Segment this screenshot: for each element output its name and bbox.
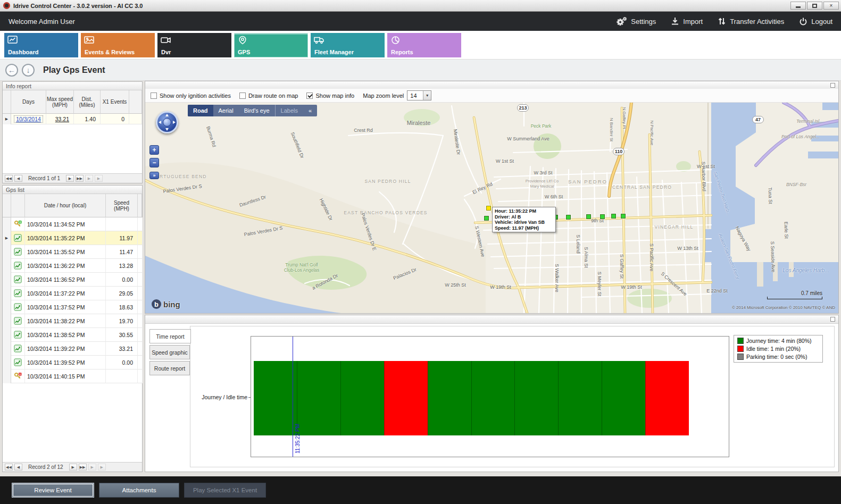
back-button[interactable]: ← bbox=[5, 64, 18, 77]
gps-list-row[interactable]: 10/3/2014 11:35:52 PM 11.47 bbox=[3, 245, 142, 259]
gps-list-row[interactable]: 10/3/2014 11:39:22 PM 33.21 bbox=[3, 342, 142, 356]
gps-point-marker[interactable] bbox=[611, 214, 616, 219]
tab-birds-eye[interactable]: Bird's eye bbox=[239, 105, 275, 116]
gps-point-marker[interactable] bbox=[600, 214, 605, 219]
checkbox-show-map-info[interactable] bbox=[306, 93, 313, 99]
tab-route-report[interactable]: Route report bbox=[149, 361, 190, 375]
collapse-tabs-button[interactable]: « bbox=[303, 105, 317, 116]
row-indicator bbox=[3, 273, 11, 287]
down-button[interactable]: ↓ bbox=[22, 64, 35, 77]
legend-item: Idle time: 1 min (20%) bbox=[737, 346, 819, 352]
tab-labels[interactable]: Labels bbox=[275, 105, 303, 116]
info-report-row[interactable]: ▶ 10/3/2014 33.21 1.40 0 bbox=[3, 114, 142, 124]
max-speed-cell: 33.21 bbox=[46, 114, 74, 124]
map-zoom-select[interactable]: 14▼ bbox=[407, 90, 431, 100]
tile-gps[interactable]: GPS bbox=[234, 33, 308, 57]
pager-extra-button[interactable]: ▶ bbox=[88, 464, 96, 471]
transfer-activities-button[interactable]: Transfer Activities bbox=[718, 17, 784, 26]
gps-list-rows: 10/3/2014 11:34:52 PM ▶ 10/3/2014 11:35:… bbox=[3, 217, 142, 383]
map-label: N Pacific Ave bbox=[650, 121, 654, 146]
gps-speed: 30.55 bbox=[106, 328, 138, 342]
gps-activity-icon bbox=[11, 259, 25, 273]
gps-point-marker[interactable] bbox=[566, 215, 571, 220]
pager-extra2-button[interactable]: ▶ bbox=[95, 175, 103, 182]
map-compass[interactable] bbox=[156, 111, 178, 133]
info-report-header: Info report bbox=[3, 82, 142, 90]
review-event-button[interactable]: Review Event bbox=[12, 483, 94, 498]
tile-events-reviews[interactable]: Events & Reviews bbox=[81, 33, 155, 57]
selected-gps-point-marker[interactable] bbox=[486, 206, 491, 211]
compass-east-arrow-icon bbox=[173, 121, 176, 124]
pager-next-button[interactable]: ▶ bbox=[69, 464, 77, 471]
pager-first-button[interactable]: ◀◀ bbox=[5, 175, 13, 182]
tab-aerial[interactable]: Aerial bbox=[213, 105, 239, 116]
map-label: W 25th St bbox=[445, 282, 466, 288]
pager-extra2-button[interactable]: ▶ bbox=[98, 464, 106, 471]
import-icon bbox=[671, 17, 679, 26]
gps-list-row[interactable]: 10/3/2014 11:37:52 PM 18.63 bbox=[3, 300, 142, 314]
gps-list-row[interactable]: 10/3/2014 11:34:52 PM bbox=[3, 217, 142, 231]
map-label: Los Angeles Harb... bbox=[782, 267, 829, 273]
filler-cell bbox=[138, 273, 143, 287]
gps-point-marker[interactable] bbox=[621, 214, 626, 219]
gps-speed: 18.63 bbox=[106, 300, 138, 314]
column-days[interactable]: Days bbox=[11, 90, 46, 114]
attachments-button[interactable]: Attachments bbox=[99, 483, 179, 498]
checkbox-ignition-activities[interactable] bbox=[151, 93, 157, 99]
header-actions: Settings Import Transfer Activities Logo… bbox=[616, 16, 832, 26]
pager-prev-button[interactable]: ◀ bbox=[14, 175, 22, 182]
page-nav-row: ← ↓ Play Gps Event bbox=[0, 60, 841, 81]
tab-speed-graphic[interactable]: Speed graphic bbox=[149, 345, 190, 359]
time-cursor-line[interactable] bbox=[293, 337, 293, 457]
column-max-speed[interactable]: Max speed (MPH) bbox=[46, 90, 74, 114]
maximize-button[interactable] bbox=[807, 2, 822, 10]
pager-prev-button[interactable]: ◀ bbox=[14, 464, 22, 471]
tile-fleet-manager[interactable]: Fleet Manager bbox=[311, 33, 385, 57]
zoom-out-button[interactable]: − bbox=[149, 158, 159, 167]
gps-point-marker[interactable] bbox=[484, 216, 489, 221]
gps-list-row[interactable]: 10/3/2014 11:38:22 PM 19.70 bbox=[3, 314, 142, 328]
gps-list-row[interactable]: 10/3/2014 11:37:22 PM 29.05 bbox=[3, 287, 142, 300]
map-label: Crest Rd bbox=[354, 128, 373, 133]
map-label: Mary Medical bbox=[530, 184, 554, 189]
settings-button[interactable]: Settings bbox=[616, 16, 656, 26]
panel-maximize-icon[interactable] bbox=[830, 317, 835, 322]
column-x1-events[interactable]: X1 Events bbox=[101, 90, 129, 114]
gps-list-row[interactable]: 10/3/2014 11:38:52 PM 30.55 bbox=[3, 328, 142, 342]
tile-dashboard[interactable]: Dashboard bbox=[4, 33, 78, 57]
panel-maximize-icon[interactable] bbox=[830, 83, 835, 88]
pager-last-button[interactable]: ▶▶ bbox=[79, 464, 87, 471]
play-selected-x1-event-button: Play Selected X1 Event bbox=[184, 483, 266, 498]
pager-extra-button[interactable]: ▶ bbox=[85, 175, 93, 182]
map-canvas[interactable]: Miraleste Crest Rd Peck Park W Summerlan… bbox=[145, 103, 838, 313]
logout-button[interactable]: Logout bbox=[799, 17, 832, 26]
column-speed[interactable]: Speed (MPH) bbox=[106, 194, 138, 217]
tile-dvr[interactable]: Dvr bbox=[157, 33, 231, 57]
max-speed-value[interactable]: 33.21 bbox=[55, 116, 69, 122]
row-indicator bbox=[3, 314, 11, 328]
tab-time-report[interactable]: Time report bbox=[149, 329, 191, 343]
zoom-in-button[interactable]: + bbox=[149, 145, 159, 155]
days-link[interactable]: 10/3/2014 bbox=[14, 116, 43, 122]
gps-list-row[interactable]: 10/3/2014 11:36:52 PM 0.00 bbox=[3, 273, 142, 287]
close-button[interactable]: × bbox=[823, 2, 839, 10]
minimize-button[interactable] bbox=[790, 2, 806, 10]
tile-reports[interactable]: Reports bbox=[387, 33, 461, 57]
gps-list-row-selected[interactable]: ▶ 10/3/2014 11:35:22 PM 11.97 bbox=[3, 231, 142, 245]
gps-point-marker[interactable] bbox=[586, 214, 591, 219]
import-button[interactable]: Import bbox=[671, 17, 703, 26]
map-label: Trump Nat'l Golf bbox=[285, 262, 318, 267]
gps-speed: 19.70 bbox=[106, 314, 138, 328]
pager-first-button[interactable]: ◀◀ bbox=[5, 464, 13, 471]
compass-center-icon[interactable] bbox=[163, 118, 171, 127]
column-distance[interactable]: Dist. (Miles) bbox=[74, 90, 101, 114]
pager-last-button[interactable]: ▶▶ bbox=[76, 175, 84, 182]
tab-road[interactable]: Road bbox=[188, 105, 213, 116]
map-sidebar-toggle-button[interactable]: » bbox=[149, 172, 159, 179]
gps-list-row[interactable]: 10/3/2014 11:40:15 PM bbox=[3, 369, 142, 383]
checkbox-draw-route[interactable] bbox=[239, 93, 246, 99]
gps-list-row[interactable]: 10/3/2014 11:36:22 PM 13.28 bbox=[3, 259, 142, 273]
gps-list-row[interactable]: 10/3/2014 11:39:52 PM 0.00 bbox=[3, 356, 142, 369]
column-date[interactable]: Date / hour (local) bbox=[25, 194, 106, 217]
pager-next-button[interactable]: ▶ bbox=[66, 175, 74, 182]
